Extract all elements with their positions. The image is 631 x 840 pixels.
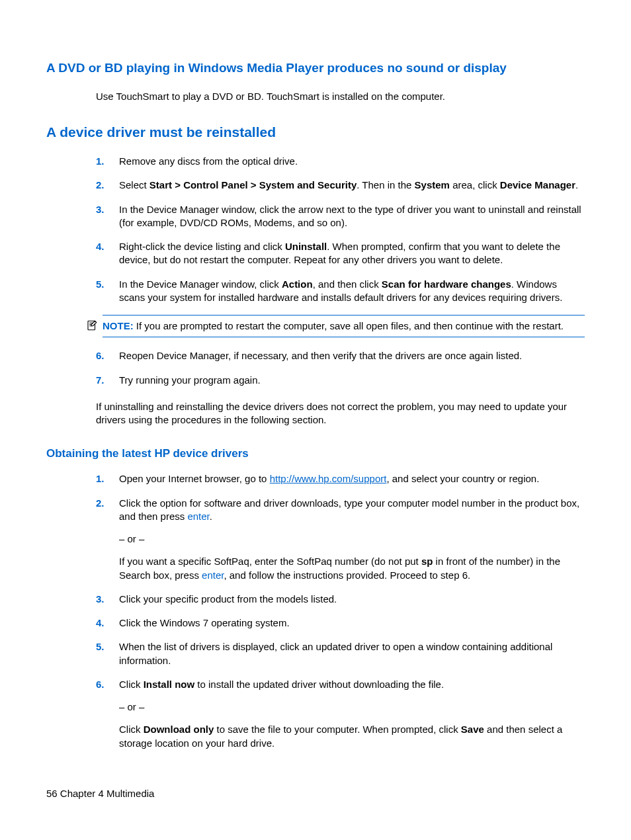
support-link[interactable]: http://www.hp.com/support [270,473,387,484]
step-number: 6. [96,678,105,691]
heading-device-driver: A device driver must be reinstalled [46,123,585,142]
step-number: 2. [96,179,105,192]
step-text: Click the option for software and driver… [119,497,579,522]
list-item: 6. Click Install now to install the upda… [96,678,585,750]
list-item: 5. In the Device Manager window, click A… [96,278,585,305]
step-number: 1. [96,472,105,485]
step-text: When the list of drivers is displayed, c… [119,641,552,665]
heading-obtaining-drivers: Obtaining the latest HP device drivers [46,446,585,462]
list-item: 3. In the Device Manager window, click t… [96,203,585,230]
alt-text: Click Download only to save the file to … [119,723,585,750]
note-label: NOTE: [103,320,134,331]
step-text: Click Install now to install the updated… [119,679,444,690]
step-number: 4. [96,616,105,630]
step-text: Open your Internet browser, go to http:/… [119,473,539,484]
intro-paragraph: Use TouchSmart to play a DVD or BD. Touc… [96,90,585,103]
list-item: 6. Reopen Device Manager, if necessary, … [96,349,585,362]
heading-dvd-bd: A DVD or BD playing in Windows Media Pla… [46,60,585,77]
page-footer: 56 Chapter 4 Multimedia [46,787,154,800]
or-separator: – or – [119,700,585,714]
step-number: 7. [96,374,105,387]
step-number: 3. [96,593,105,606]
list-item: 4. Right-click the device listing and cl… [96,240,585,267]
steps-list-2: 1. Open your Internet browser, go to htt… [96,472,585,750]
alt-text: If you want a specific SoftPaq, enter th… [119,555,585,582]
steps-list-1: 1. Remove any discs from the optical dri… [96,155,585,304]
list-item: 3. Click your specific product from the … [96,593,585,606]
note-text-content: If you are prompted to restart the compu… [136,320,564,331]
step-text: Reopen Device Manager, if necessary, and… [119,350,522,361]
step-number: 4. [96,240,105,253]
steps-list-1-cont: 6. Reopen Device Manager, if necessary, … [96,349,585,387]
list-item: 7. Try running your program again. [96,374,585,387]
step-text: Click the Windows 7 operating system. [119,617,290,628]
step-text: Right-click the device listing and click… [119,241,560,265]
step-text: In the Device Manager window, click Acti… [119,278,562,303]
or-separator: – or – [119,532,585,546]
step-text: Select Start > Control Panel > System an… [119,179,578,190]
note-icon [86,319,98,331]
step-number: 2. [96,497,105,510]
step-number: 1. [96,155,105,168]
list-item: 1. Open your Internet browser, go to htt… [96,472,585,485]
step-number: 5. [96,278,105,291]
list-item: 2. Select Start > Control Panel > System… [96,179,585,192]
list-item: 5. When the list of drivers is displayed… [96,640,585,667]
post-list-paragraph: If uninstalling and reinstalling the dev… [96,400,585,427]
list-item: 1. Remove any discs from the optical dri… [96,155,585,168]
step-number: 3. [96,203,105,216]
step-number: 5. [96,640,105,653]
step-text: Click your specific product from the mod… [119,593,337,605]
note-block: NOTE: If you are prompted to restart the… [103,315,585,337]
list-item: 4. Click the Windows 7 operating system. [96,616,585,630]
step-text: Remove any discs from the optical drive. [119,155,298,167]
step-text: Try running your program again. [119,374,261,386]
list-item: 2. Click the option for software and dri… [96,497,585,582]
step-text: In the Device Manager window, click the … [119,204,581,228]
step-number: 6. [96,349,105,362]
